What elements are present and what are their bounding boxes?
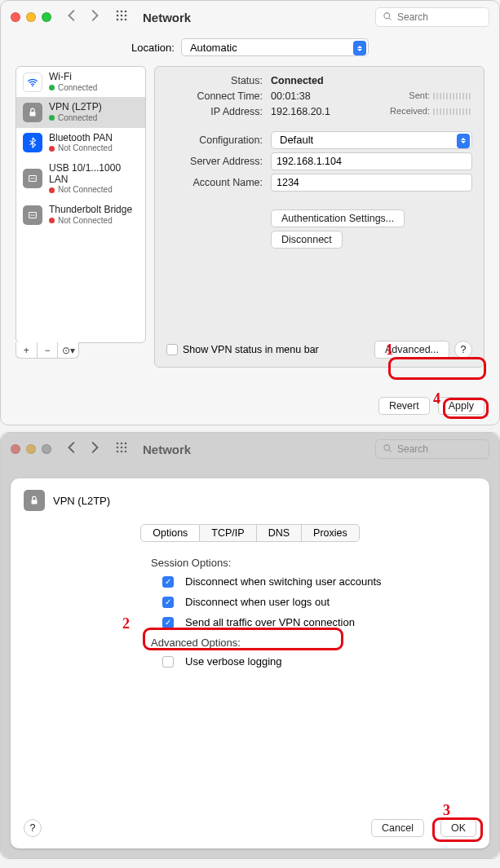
location-select[interactable]: Automatic <box>181 38 369 56</box>
tab-bar: Options TCP/IP DNS Proxies <box>24 524 476 542</box>
more-actions-button[interactable]: ⊙▾ <box>58 342 78 358</box>
annotation-2: 2 <box>122 615 130 632</box>
sidebar-item-wifi[interactable]: Wi-FiConnected <box>16 67 145 97</box>
traffic-lights <box>11 444 51 454</box>
interface-list: Wi-FiConnected VPN (L2TP)Connected Bluet… <box>15 66 146 343</box>
search-field <box>375 439 489 459</box>
help-button[interactable]: ? <box>454 341 472 359</box>
sidebar-item-bluetooth[interactable]: Bluetooth PANNot Connected <box>16 128 145 158</box>
svg-point-14 <box>31 178 32 179</box>
zoom-icon[interactable] <box>42 12 51 22</box>
disconnect-logout-checkbox[interactable] <box>162 597 174 608</box>
svg-point-19 <box>32 214 33 215</box>
wifi-icon <box>23 73 42 92</box>
svg-point-29 <box>125 451 127 453</box>
send-all-traffic-label: Send all traffic over VPN connection <box>185 616 355 628</box>
svg-rect-32 <box>32 500 38 504</box>
svg-point-27 <box>117 451 119 453</box>
disconnect-switching-checkbox[interactable] <box>162 576 174 588</box>
apps-grid-icon <box>115 441 128 457</box>
svg-point-5 <box>125 15 127 17</box>
tab-options[interactable]: Options <box>140 524 200 542</box>
tab-dns[interactable]: DNS <box>257 524 302 542</box>
disconnect-switching-label: Disconnect when switching user accounts <box>185 575 382 588</box>
svg-point-9 <box>384 13 390 19</box>
location-value: Automatic <box>190 42 237 54</box>
search-input[interactable] <box>397 11 482 23</box>
traffic-lights <box>11 12 51 22</box>
account-name-label: Account Name: <box>166 177 271 188</box>
minimize-icon[interactable] <box>26 444 36 454</box>
sidebar-item-label: VPN (L2TP) <box>49 102 102 113</box>
interface-sidebar: Wi-FiConnected VPN (L2TP)Connected Bluet… <box>15 66 146 368</box>
advanced-sheet: VPN (L2TP) Options TCP/IP DNS Proxies Se… <box>11 478 489 848</box>
nav-arrows <box>66 10 100 24</box>
apply-button[interactable]: Apply <box>438 397 485 415</box>
revert-button[interactable]: Revert <box>378 397 430 415</box>
server-address-input[interactable] <box>271 152 472 170</box>
svg-point-4 <box>121 15 123 17</box>
lock-icon <box>24 490 45 511</box>
authentication-settings-button[interactable]: Authentication Settings... <box>271 209 405 227</box>
account-name-input[interactable] <box>271 174 472 192</box>
sidebar-item-thunderbolt[interactable]: Thunderbolt BridgeNot Connected <box>16 200 145 230</box>
network-preferences-window: Network Location: Automatic Wi-FiConnect… <box>0 0 500 425</box>
svg-line-31 <box>389 450 391 452</box>
close-icon[interactable] <box>11 444 20 454</box>
disconnect-button[interactable]: Disconnect <box>271 231 343 249</box>
annotation-4: 4 <box>433 390 440 408</box>
svg-point-18 <box>31 214 32 215</box>
svg-point-20 <box>33 214 34 215</box>
options-pane: Session Options: Disconnect when switchi… <box>24 557 476 676</box>
show-vpn-checkbox[interactable] <box>166 344 178 355</box>
status-dot-icon <box>49 187 55 193</box>
list-edit-buttons: + − ⊙▾ <box>15 342 79 359</box>
received-row: Received: <box>390 105 472 117</box>
tab-tcpip[interactable]: TCP/IP <box>200 524 256 542</box>
forward-icon <box>89 442 100 456</box>
add-interface-button[interactable]: + <box>16 342 38 358</box>
zoom-icon[interactable] <box>42 444 51 454</box>
minimize-icon[interactable] <box>26 12 36 22</box>
cancel-button[interactable]: Cancel <box>371 819 424 837</box>
connect-time-label: Connect Time: <box>166 90 271 102</box>
svg-line-10 <box>389 18 391 20</box>
svg-point-3 <box>117 15 119 17</box>
sidebar-item-usb-lan[interactable]: USB 10/1...1000 LANNot Connected <box>16 158 145 200</box>
sent-bar-icon <box>433 93 472 99</box>
tab-proxies[interactable]: Proxies <box>302 524 360 542</box>
server-address-label: Server Address: <box>166 156 271 167</box>
search-field[interactable] <box>375 7 489 27</box>
nav-arrows <box>66 442 100 456</box>
svg-point-30 <box>384 445 390 451</box>
connect-time-value: 00:01:38 <box>271 90 311 102</box>
configuration-select[interactable]: Default <box>271 131 472 149</box>
network-advanced-window: Network VPN (L2TP) Options TCP/IP DNS Pr… <box>0 432 500 859</box>
svg-point-26 <box>125 447 127 449</box>
ok-button[interactable]: OK <box>440 819 476 837</box>
remove-interface-button[interactable]: − <box>38 342 59 358</box>
sidebar-item-label: Wi-Fi <box>49 72 97 83</box>
sheet-footer: ? Cancel OK <box>24 819 476 837</box>
lock-icon <box>23 103 42 122</box>
chevron-updown-icon <box>353 41 366 55</box>
sidebar-item-vpn[interactable]: VPN (L2TP)Connected <box>16 97 145 127</box>
back-icon[interactable] <box>66 10 77 24</box>
status-dot-icon <box>49 146 55 152</box>
forward-icon[interactable] <box>89 10 100 24</box>
svg-point-6 <box>117 19 119 21</box>
verbose-logging-label: Use verbose logging <box>185 655 282 668</box>
help-button[interactable]: ? <box>24 819 42 837</box>
ip-value: 192.168.20.1 <box>271 106 330 117</box>
location-row: Location: Automatic <box>1 33 499 66</box>
received-bar-icon <box>433 108 472 115</box>
send-all-traffic-checkbox[interactable] <box>162 617 174 628</box>
close-icon[interactable] <box>11 12 20 22</box>
thunderbolt-icon <box>23 205 42 225</box>
status-value: Connected <box>271 75 324 86</box>
svg-point-2 <box>125 11 127 13</box>
verbose-logging-checkbox[interactable] <box>162 656 174 668</box>
svg-point-21 <box>117 443 119 445</box>
svg-point-15 <box>32 178 33 179</box>
apps-grid-icon[interactable] <box>115 9 128 25</box>
